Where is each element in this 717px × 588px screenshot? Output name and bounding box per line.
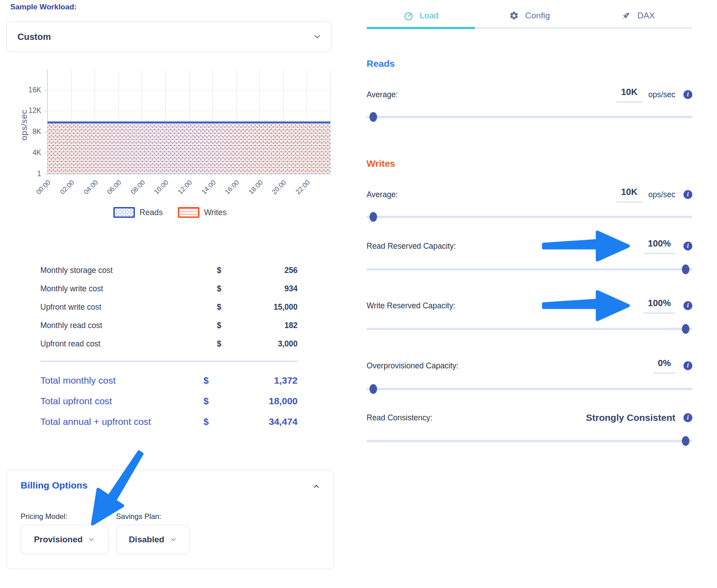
sample-workload-selected-value: Custom xyxy=(17,32,313,42)
gear-icon xyxy=(509,11,519,21)
cost-label: Monthly read cost xyxy=(40,321,217,330)
currency-symbol: $ xyxy=(217,339,244,349)
writes-average-label: Average: xyxy=(367,190,617,199)
writes-average-value[interactable]: 10K xyxy=(617,187,642,203)
table-row: Upfront write cost $ 15,000 xyxy=(40,298,298,316)
tab-label: DAX xyxy=(637,11,655,21)
overprovisioned-label: Overprovisioned Capacity: xyxy=(367,361,653,371)
slider-thumb[interactable] xyxy=(369,112,377,122)
total-value: 1,372 xyxy=(244,375,298,386)
total-value: 18,000 xyxy=(244,396,298,406)
legend-item-writes[interactable]: Writes xyxy=(178,207,227,218)
table-row: Total annual + upfront cost $ 34,474 xyxy=(40,411,298,432)
pricing-model-select[interactable]: Provisioned xyxy=(21,525,108,554)
slider-track[interactable] xyxy=(367,388,692,390)
legend-label: Reads xyxy=(139,208,163,217)
sample-workload-label: Sample Workload: xyxy=(10,3,77,12)
totals-divider xyxy=(40,361,298,362)
slider-thumb[interactable] xyxy=(369,212,377,222)
tab-label: Config xyxy=(525,11,550,21)
slider-thumb[interactable] xyxy=(682,264,690,274)
gauge-icon xyxy=(403,11,414,21)
cost-label: Monthly write cost xyxy=(40,284,217,294)
table-row: Monthly storage cost $ 256 xyxy=(40,261,298,280)
currency-symbol: $ xyxy=(217,266,244,275)
total-value: 34,474 xyxy=(244,416,298,427)
slider-track[interactable] xyxy=(367,440,692,442)
slider-thumb[interactable] xyxy=(682,324,690,334)
writes-average-slider[interactable] xyxy=(367,212,692,222)
slider-thumb[interactable] xyxy=(369,384,377,394)
table-row: Upfront read cost $ 3,000 xyxy=(40,335,298,353)
read-consistency-slider[interactable] xyxy=(367,436,692,446)
reads-pattern-swatch xyxy=(113,207,135,218)
writes-pattern-swatch xyxy=(178,207,199,218)
reads-average-slider[interactable] xyxy=(367,112,692,122)
cost-value: 256 xyxy=(244,266,298,275)
write-reserved-label: Write Reserved Capacity: xyxy=(367,301,644,311)
writes-section-title: Writes xyxy=(367,158,395,169)
cost-value: 15,000 xyxy=(244,303,298,312)
pricing-model-value: Provisioned xyxy=(34,535,83,545)
table-row: Monthly read cost $ 182 xyxy=(40,316,298,335)
chart-y-axis-title: ops/sec xyxy=(19,110,29,141)
savings-plan-label: Savings Plan: xyxy=(116,512,161,521)
chevron-up-icon[interactable] xyxy=(312,482,321,491)
tab-config[interactable]: Config xyxy=(475,5,583,26)
read-reserved-slider[interactable] xyxy=(367,264,692,274)
billing-options-panel: Billing Options Pricing Model: Savings P… xyxy=(6,470,334,569)
slider-track[interactable] xyxy=(367,116,692,118)
rocket-icon xyxy=(621,11,631,21)
chart-legend: Reads Writes xyxy=(6,207,334,218)
savings-plan-select[interactable]: Disabled xyxy=(116,525,190,554)
currency-symbol: $ xyxy=(203,416,244,427)
write-reserved-row: Write Reserved Capacity: 100% i xyxy=(367,296,692,315)
reads-average-label: Average: xyxy=(367,90,617,99)
read-consistency-row: Read Consistency: Strongly Consistent i xyxy=(367,408,692,427)
chevron-down-icon xyxy=(88,536,95,543)
slider-track[interactable] xyxy=(367,328,692,330)
slider-thumb[interactable] xyxy=(682,436,690,446)
info-icon[interactable]: i xyxy=(683,301,692,310)
info-icon[interactable]: i xyxy=(683,190,692,199)
write-reserved-slider[interactable] xyxy=(367,324,692,334)
info-icon[interactable]: i xyxy=(683,413,692,422)
currency-symbol: $ xyxy=(203,396,244,406)
currency-symbol: $ xyxy=(203,375,244,386)
cost-label: Upfront read cost xyxy=(40,339,217,349)
currency-symbol: $ xyxy=(217,303,244,312)
slider-track[interactable] xyxy=(367,216,692,218)
writes-average-row: Average: 10K ops/sec i xyxy=(367,185,692,204)
cost-label: Upfront write cost xyxy=(40,303,217,312)
sample-workload-select[interactable]: Custom xyxy=(6,22,332,52)
info-icon[interactable]: i xyxy=(683,90,692,99)
cost-value: 934 xyxy=(244,284,298,294)
cost-label: Monthly storage cost xyxy=(40,266,217,275)
overprovisioned-value[interactable]: 0% xyxy=(653,358,675,374)
active-tab-indicator xyxy=(367,27,475,29)
reads-average-unit: ops/sec xyxy=(648,90,675,99)
info-icon[interactable]: i xyxy=(683,361,692,370)
reads-average-row: Average: 10K ops/sec i xyxy=(367,85,692,104)
chevron-down-icon xyxy=(170,536,177,543)
total-label: Total upfront cost xyxy=(40,396,203,406)
tab-underline xyxy=(367,27,692,29)
slider-track[interactable] xyxy=(367,268,692,271)
reads-average-value[interactable]: 10K xyxy=(617,87,642,103)
table-row: Total monthly cost $ 1,372 xyxy=(40,370,298,391)
tab-dax[interactable]: DAX xyxy=(584,5,692,26)
read-consistency-value: Strongly Consistent xyxy=(586,412,675,423)
legend-item-reads[interactable]: Reads xyxy=(113,207,163,218)
reads-section-title: Reads xyxy=(367,58,395,69)
billing-options-title: Billing Options xyxy=(21,480,87,491)
tab-load[interactable]: Load xyxy=(367,5,475,26)
overprovisioned-row: Overprovisioned Capacity: 0% i xyxy=(367,356,692,375)
cost-value: 3,000 xyxy=(244,339,298,349)
currency-symbol: $ xyxy=(217,284,244,294)
currency-symbol: $ xyxy=(217,321,244,330)
info-icon[interactable]: i xyxy=(683,242,692,251)
overprovisioned-slider[interactable] xyxy=(367,384,692,394)
chart-plot-area: 14K8K12K16K00:0002:0004:0006:0008:0010:0… xyxy=(47,70,330,174)
write-reserved-value[interactable]: 100% xyxy=(644,298,675,314)
read-reserved-value[interactable]: 100% xyxy=(644,238,675,254)
